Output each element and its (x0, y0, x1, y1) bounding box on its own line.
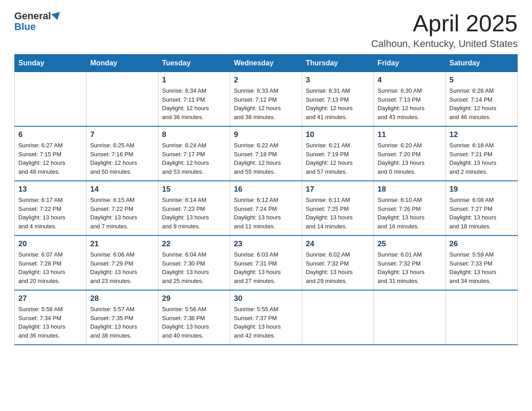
day-number: 28 (90, 294, 154, 303)
calendar-cell: 24Sunrise: 6:02 AM Sunset: 7:32 PM Dayli… (302, 235, 373, 290)
main-title: April 2025 (371, 11, 518, 36)
day-info: Sunrise: 6:01 AM Sunset: 7:32 PM Dayligh… (378, 250, 442, 285)
day-info: Sunrise: 6:14 AM Sunset: 7:23 PM Dayligh… (162, 196, 226, 231)
day-info: Sunrise: 6:15 AM Sunset: 7:22 PM Dayligh… (90, 196, 154, 231)
calendar-cell (15, 72, 86, 127)
day-info: Sunrise: 6:31 AM Sunset: 7:13 PM Dayligh… (306, 86, 370, 121)
calendar-week-row: 1Sunrise: 6:34 AM Sunset: 7:11 PM Daylig… (15, 72, 518, 127)
day-number: 15 (162, 185, 226, 194)
day-number: 10 (306, 130, 370, 139)
calendar-cell: 1Sunrise: 6:34 AM Sunset: 7:11 PM Daylig… (158, 72, 230, 127)
day-number: 19 (450, 185, 514, 194)
calendar-cell: 4Sunrise: 6:30 AM Sunset: 7:13 PM Daylig… (374, 72, 446, 127)
weekday-header-tuesday: Tuesday (158, 55, 230, 72)
calendar-cell: 23Sunrise: 6:03 AM Sunset: 7:31 PM Dayli… (230, 235, 302, 290)
calendar-cell: 26Sunrise: 5:59 AM Sunset: 7:33 PM Dayli… (446, 235, 517, 290)
day-number: 25 (378, 240, 442, 248)
calendar-cell: 7Sunrise: 6:25 AM Sunset: 7:16 PM Daylig… (86, 126, 158, 181)
day-info: Sunrise: 5:59 AM Sunset: 7:33 PM Dayligh… (450, 250, 514, 285)
day-number: 9 (234, 130, 298, 139)
weekday-header-friday: Friday (374, 55, 446, 72)
day-info: Sunrise: 6:02 AM Sunset: 7:32 PM Dayligh… (306, 250, 370, 285)
calendar-cell: 9Sunrise: 6:22 AM Sunset: 7:18 PM Daylig… (230, 126, 302, 181)
day-info: Sunrise: 6:28 AM Sunset: 7:14 PM Dayligh… (450, 86, 514, 121)
day-info: Sunrise: 6:27 AM Sunset: 7:15 PM Dayligh… (18, 141, 82, 176)
day-number: 14 (90, 185, 154, 194)
day-number: 1 (162, 76, 226, 85)
day-number: 5 (450, 76, 514, 85)
day-number: 11 (378, 130, 442, 139)
day-number: 27 (18, 294, 82, 303)
calendar-cell: 13Sunrise: 6:17 AM Sunset: 7:22 PM Dayli… (15, 181, 86, 235)
day-number: 30 (234, 294, 298, 303)
day-info: Sunrise: 6:24 AM Sunset: 7:17 PM Dayligh… (162, 141, 226, 176)
day-number: 8 (162, 130, 226, 139)
calendar-cell: 8Sunrise: 6:24 AM Sunset: 7:17 PM Daylig… (158, 126, 230, 181)
day-number: 6 (18, 130, 82, 139)
title-block: April 2025 Calhoun, Kentucky, United Sta… (371, 11, 518, 50)
day-info: Sunrise: 5:56 AM Sunset: 7:36 PM Dayligh… (162, 305, 226, 340)
day-number: 17 (306, 185, 370, 194)
logo-blue: Blue (14, 21, 36, 32)
day-number: 4 (378, 76, 442, 85)
calendar-cell: 28Sunrise: 5:57 AM Sunset: 7:35 PM Dayli… (86, 290, 158, 345)
calendar-cell: 27Sunrise: 5:58 AM Sunset: 7:34 PM Dayli… (15, 290, 86, 345)
weekday-header-sunday: Sunday (15, 55, 86, 72)
calendar-cell: 19Sunrise: 6:08 AM Sunset: 7:27 PM Dayli… (446, 181, 517, 235)
day-number: 16 (234, 185, 298, 194)
weekday-header-monday: Monday (86, 55, 158, 72)
calendar-cell: 17Sunrise: 6:11 AM Sunset: 7:25 PM Dayli… (302, 181, 373, 235)
calendar-week-row: 6Sunrise: 6:27 AM Sunset: 7:15 PM Daylig… (15, 126, 518, 181)
calendar-cell (302, 290, 373, 345)
day-info: Sunrise: 6:20 AM Sunset: 7:20 PM Dayligh… (378, 141, 442, 176)
day-info: Sunrise: 6:03 AM Sunset: 7:31 PM Dayligh… (234, 250, 298, 285)
day-number: 13 (18, 185, 82, 194)
day-info: Sunrise: 6:18 AM Sunset: 7:21 PM Dayligh… (450, 141, 514, 176)
calendar-cell: 22Sunrise: 6:04 AM Sunset: 7:30 PM Dayli… (158, 235, 230, 290)
calendar-cell: 2Sunrise: 6:33 AM Sunset: 7:12 PM Daylig… (230, 72, 302, 127)
day-info: Sunrise: 6:30 AM Sunset: 7:13 PM Dayligh… (378, 86, 442, 121)
day-number: 23 (234, 240, 298, 248)
day-number: 20 (18, 240, 82, 248)
day-info: Sunrise: 6:34 AM Sunset: 7:11 PM Dayligh… (162, 86, 226, 121)
logo: General Blue (14, 11, 61, 32)
day-number: 12 (450, 130, 514, 139)
calendar-week-row: 13Sunrise: 6:17 AM Sunset: 7:22 PM Dayli… (15, 181, 518, 235)
calendar-cell: 15Sunrise: 6:14 AM Sunset: 7:23 PM Dayli… (158, 181, 230, 235)
calendar-cell: 25Sunrise: 6:01 AM Sunset: 7:32 PM Dayli… (374, 235, 446, 290)
day-number: 24 (306, 240, 370, 248)
calendar-cell: 6Sunrise: 6:27 AM Sunset: 7:15 PM Daylig… (15, 126, 86, 181)
subtitle: Calhoun, Kentucky, United States (371, 38, 518, 50)
day-number: 22 (162, 240, 226, 248)
calendar-table: SundayMondayTuesdayWednesdayThursdayFrid… (14, 54, 518, 345)
calendar-cell: 5Sunrise: 6:28 AM Sunset: 7:14 PM Daylig… (446, 72, 517, 127)
calendar-cell (446, 290, 517, 345)
day-number: 2 (234, 76, 298, 85)
day-number: 26 (450, 240, 514, 248)
day-number: 7 (90, 130, 154, 139)
day-info: Sunrise: 6:17 AM Sunset: 7:22 PM Dayligh… (18, 196, 82, 231)
weekday-header-row: SundayMondayTuesdayWednesdayThursdayFrid… (15, 55, 518, 72)
calendar-cell: 12Sunrise: 6:18 AM Sunset: 7:21 PM Dayli… (446, 126, 517, 181)
day-info: Sunrise: 6:07 AM Sunset: 7:28 PM Dayligh… (18, 250, 82, 285)
day-info: Sunrise: 6:11 AM Sunset: 7:25 PM Dayligh… (306, 196, 370, 231)
calendar-week-row: 20Sunrise: 6:07 AM Sunset: 7:28 PM Dayli… (15, 235, 518, 290)
logo-triangle-icon (51, 12, 61, 21)
weekday-header-thursday: Thursday (302, 55, 373, 72)
calendar-cell: 3Sunrise: 6:31 AM Sunset: 7:13 PM Daylig… (302, 72, 373, 127)
day-info: Sunrise: 5:55 AM Sunset: 7:37 PM Dayligh… (234, 305, 298, 340)
day-info: Sunrise: 6:22 AM Sunset: 7:18 PM Dayligh… (234, 141, 298, 176)
calendar-week-row: 27Sunrise: 5:58 AM Sunset: 7:34 PM Dayli… (15, 290, 518, 345)
calendar-cell: 18Sunrise: 6:10 AM Sunset: 7:26 PM Dayli… (374, 181, 446, 235)
calendar-cell: 21Sunrise: 6:06 AM Sunset: 7:29 PM Dayli… (86, 235, 158, 290)
day-info: Sunrise: 6:04 AM Sunset: 7:30 PM Dayligh… (162, 250, 226, 285)
logo-general: General (14, 11, 51, 21)
calendar-cell: 11Sunrise: 6:20 AM Sunset: 7:20 PM Dayli… (374, 126, 446, 181)
calendar-cell (374, 290, 446, 345)
calendar-cell: 29Sunrise: 5:56 AM Sunset: 7:36 PM Dayli… (158, 290, 230, 345)
calendar-cell: 16Sunrise: 6:12 AM Sunset: 7:24 PM Dayli… (230, 181, 302, 235)
day-info: Sunrise: 6:06 AM Sunset: 7:29 PM Dayligh… (90, 250, 154, 285)
day-info: Sunrise: 6:08 AM Sunset: 7:27 PM Dayligh… (450, 196, 514, 231)
day-info: Sunrise: 6:12 AM Sunset: 7:24 PM Dayligh… (234, 196, 298, 231)
day-number: 21 (90, 240, 154, 248)
